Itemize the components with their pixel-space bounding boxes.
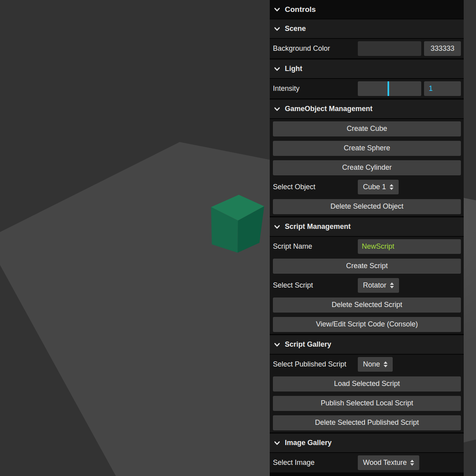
create-cylinder-button[interactable]: Create Cylinder xyxy=(273,160,461,175)
chevron-down-icon xyxy=(274,8,280,12)
select-published-script-dropdown[interactable]: None xyxy=(358,357,393,372)
select-arrows-icon xyxy=(384,361,388,367)
folder-title-label: Image Gallery xyxy=(285,439,332,447)
button-row: Create Cube xyxy=(270,119,464,138)
select-object-row: Select Object Cube 1 xyxy=(270,177,464,197)
chevron-down-icon xyxy=(274,343,280,347)
button-row: Delete Selected Object xyxy=(270,197,464,216)
folder-title-label: GameObject Management xyxy=(285,105,372,113)
intensity-row: Intensity 1 xyxy=(270,79,464,98)
folder-script-management: Script Management Script Name NewScript … xyxy=(270,217,464,334)
background-color-row: Background Color 333333 xyxy=(270,39,464,58)
select-arrows-icon xyxy=(410,460,414,466)
control-label: Select Object xyxy=(273,183,358,191)
script-name-input[interactable]: NewScript xyxy=(358,239,461,254)
control-label: Intensity xyxy=(273,84,358,93)
folder-light-title[interactable]: Light xyxy=(270,60,464,79)
delete-selected-published-script-button[interactable]: Delete Selected Published Script xyxy=(273,415,461,430)
intensity-slider-thumb[interactable] xyxy=(388,81,389,96)
background-color-swatch[interactable] xyxy=(358,41,421,56)
button-row: Create Script xyxy=(270,256,464,276)
folder-gameobject-management-title[interactable]: GameObject Management xyxy=(270,100,464,119)
button-row: Load Selected Script xyxy=(270,374,464,393)
select-published-script-value: None xyxy=(363,360,380,369)
select-object-value: Cube 1 xyxy=(363,183,386,191)
controls-panel: Controls Scene Background Color 333333 L… xyxy=(270,0,464,476)
create-sphere-button[interactable]: Create Sphere xyxy=(273,141,461,156)
chevron-down-icon xyxy=(274,27,280,31)
chevron-down-icon xyxy=(274,107,280,111)
select-script-row: Select Script Rotator xyxy=(270,276,464,295)
select-arrows-icon xyxy=(390,184,393,190)
delete-selected-object-button[interactable]: Delete Selected Object xyxy=(273,199,461,214)
select-image-dropdown[interactable]: Wood Texture xyxy=(358,455,419,470)
folder-scene: Scene Background Color 333333 xyxy=(270,19,464,58)
folder-title-label: Script Gallery xyxy=(285,340,331,349)
script-name-row: Script Name NewScript xyxy=(270,237,464,256)
load-selected-script-button[interactable]: Load Selected Script xyxy=(273,376,461,392)
button-row: Delete Selected Script xyxy=(270,295,464,315)
control-label: Background Color xyxy=(273,44,358,53)
select-arrows-icon xyxy=(390,282,394,288)
folder-script-gallery-title[interactable]: Script Gallery xyxy=(270,335,464,355)
create-script-button[interactable]: Create Script xyxy=(273,259,461,274)
button-row: View/Edit Script Code (Console) xyxy=(270,315,464,334)
chevron-down-icon xyxy=(274,441,280,445)
select-script-value: Rotator xyxy=(363,281,386,290)
folder-title-label: Light xyxy=(285,65,302,73)
control-label: Select Image xyxy=(273,459,358,467)
control-label: Script Name xyxy=(273,242,358,251)
button-row: Delete Selected Published Script xyxy=(270,413,464,432)
create-cube-button[interactable]: Create Cube xyxy=(273,121,461,136)
select-image-row: Select Image Wood Texture xyxy=(270,453,464,472)
folder-title-label: Scene xyxy=(285,25,306,33)
intensity-slider[interactable] xyxy=(358,81,421,96)
folder-script-management-title[interactable]: Script Management xyxy=(270,217,464,237)
button-row: Create Sphere xyxy=(270,138,464,158)
folder-image-gallery: Image Gallery Select Image Wood Texture xyxy=(270,434,464,472)
control-label: Select Published Script xyxy=(273,360,358,369)
select-image-value: Wood Texture xyxy=(363,459,407,467)
folder-image-gallery-title[interactable]: Image Gallery xyxy=(270,434,464,453)
select-object-dropdown[interactable]: Cube 1 xyxy=(358,180,399,194)
background-color-hex-input[interactable]: 333333 xyxy=(424,41,461,56)
view-edit-script-code-button[interactable]: View/Edit Script Code (Console) xyxy=(273,317,461,332)
intensity-value-input[interactable]: 1 xyxy=(424,81,461,96)
delete-selected-script-button[interactable]: Delete Selected Script xyxy=(273,298,461,313)
panel-title: Controls xyxy=(285,5,316,14)
folder-scene-title[interactable]: Scene xyxy=(270,19,464,39)
button-row: Create Cylinder xyxy=(270,158,464,177)
select-script-dropdown[interactable]: Rotator xyxy=(358,278,399,293)
panel-title-bar[interactable]: Controls xyxy=(270,0,464,19)
publish-selected-local-script-button[interactable]: Publish Selected Local Script xyxy=(273,396,461,411)
control-label: Select Script xyxy=(273,281,358,290)
folder-light: Light Intensity 1 xyxy=(270,60,464,98)
folder-script-gallery: Script Gallery Select Published Script N… xyxy=(270,335,464,432)
chevron-down-icon xyxy=(274,67,280,71)
button-row: Publish Selected Local Script xyxy=(270,393,464,413)
select-published-script-row: Select Published Script None xyxy=(270,355,464,374)
folder-title-label: Script Management xyxy=(285,223,351,231)
chevron-down-icon xyxy=(274,225,280,229)
folder-gameobject-management: GameObject Management Create Cube Create… xyxy=(270,100,464,216)
